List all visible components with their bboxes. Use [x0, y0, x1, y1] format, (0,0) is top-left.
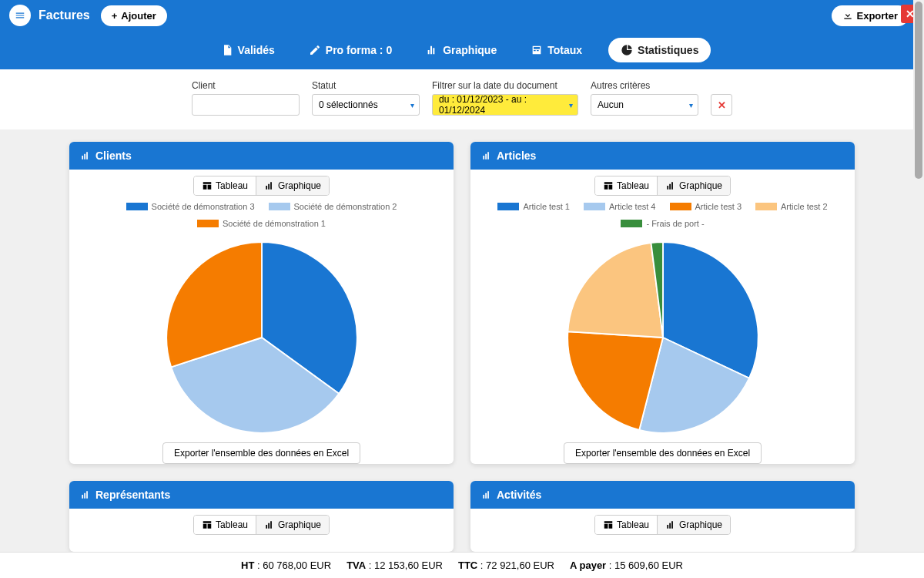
add-button-label: Ajouter — [121, 10, 156, 22]
plus-icon: + — [112, 10, 118, 22]
tab-graphique-label: Graphique — [443, 44, 497, 56]
articles-view-toggle: Tableau Graphique — [594, 176, 731, 196]
legend-swatch — [126, 203, 148, 210]
chart-icon — [264, 180, 275, 191]
legend-item[interactable]: Société de démonstration 3 — [126, 202, 255, 211]
document-icon — [221, 44, 233, 56]
client-input[interactable] — [192, 94, 300, 116]
card-activites-title: Activités — [497, 489, 541, 501]
export-button[interactable]: Exporter — [832, 5, 909, 26]
content-area: Clients Tableau Graphique Société de dém… — [0, 129, 924, 552]
legend-item[interactable]: Article test 2 — [755, 202, 828, 211]
footer-ht-label: HT — [241, 560, 254, 571]
chart-icon — [665, 180, 676, 191]
filter-bar: Client Statut 0 sélectionnés Filtrer sur… — [0, 69, 924, 129]
filter-autres-label: Autres critères — [591, 80, 698, 91]
statut-value: 0 sélectionnés — [319, 99, 378, 110]
legend-label: - Frais de port - — [646, 219, 704, 228]
card-activites: Activités Tableau Graphique — [470, 481, 855, 552]
activites-tableau-button[interactable]: Tableau — [595, 516, 658, 534]
clients-graphique-button[interactable]: Graphique — [256, 176, 329, 195]
close-icon: ✕ — [718, 99, 726, 111]
pie-chart-icon — [621, 44, 633, 56]
scrollbar[interactable] — [913, 0, 924, 552]
stats-icon — [80, 489, 91, 500]
representants-graphique-button[interactable]: Graphique — [256, 516, 329, 534]
legend-item[interactable]: Société de démonstration 2 — [269, 202, 397, 211]
date-value: du : 01/12/2023 - au : 01/12/2024 — [439, 94, 561, 116]
pencil-icon — [309, 44, 321, 56]
legend-swatch — [584, 203, 605, 210]
legend-item[interactable]: Article test 1 — [497, 202, 570, 211]
autres-select[interactable]: Aucun — [591, 94, 698, 116]
legend-label: Article test 2 — [781, 202, 828, 211]
stats-icon — [481, 150, 492, 161]
menu-button[interactable] — [9, 5, 31, 26]
table-icon — [202, 180, 213, 191]
legend-item[interactable]: Article test 3 — [670, 202, 742, 211]
tab-statistiques-label: Statistiques — [638, 44, 698, 56]
footer-ht-value: 60 768,00 EUR — [263, 560, 331, 571]
stats-icon — [481, 489, 492, 500]
topbar: Factures + Ajouter Exporter ✕ Validés Pr… — [0, 0, 924, 69]
filter-client-label: Client — [192, 80, 300, 91]
card-representants: Représentants Tableau Graphique — [69, 481, 454, 552]
representants-view-toggle: Tableau Graphique — [193, 515, 330, 535]
statut-select[interactable]: 0 sélectionnés — [312, 94, 420, 116]
tab-totaux[interactable]: Totaux — [523, 39, 590, 61]
footer-tva-value: 12 153,60 EUR — [374, 560, 443, 571]
tab-graphique[interactable]: Graphique — [418, 39, 504, 61]
chart-icon — [264, 519, 275, 530]
add-button[interactable]: + Ajouter — [101, 5, 167, 26]
activites-view-toggle: Tableau Graphique — [594, 515, 731, 535]
footer-tva-label: TVA — [346, 560, 366, 571]
clients-view-toggle: Tableau Graphique — [193, 176, 330, 196]
card-articles-title: Articles — [497, 150, 536, 162]
representants-tableau-button[interactable]: Tableau — [194, 516, 256, 534]
legend-swatch — [621, 220, 642, 227]
articles-legend: Article test 1Article test 4Article test… — [494, 202, 832, 228]
clear-filters-button[interactable]: ✕ — [711, 94, 732, 116]
tab-valides[interactable]: Validés — [213, 39, 283, 61]
footer-totals: HT : 60 768,00 EUR TVA : 12 153,60 EUR T… — [0, 552, 924, 578]
autres-value: Aucun — [598, 99, 624, 110]
card-articles: Articles Tableau Graphique Article test … — [470, 142, 855, 464]
legend-label: Article test 4 — [609, 202, 656, 211]
stats-icon — [80, 150, 91, 161]
chart-icon — [665, 519, 676, 530]
legend-swatch — [755, 203, 777, 210]
clients-pie-chart — [162, 237, 362, 438]
activites-graphique-button[interactable]: Graphique — [658, 516, 730, 534]
tab-valides-label: Validés — [238, 44, 275, 56]
tab-statistiques[interactable]: Statistiques — [608, 38, 711, 62]
articles-tableau-button[interactable]: Tableau — [595, 176, 658, 195]
legend-item[interactable]: - Frais de port - — [621, 219, 704, 228]
export-button-label: Exporter — [857, 10, 898, 22]
legend-label: Article test 1 — [523, 202, 570, 211]
footer-ttc-value: 72 921,60 EUR — [486, 560, 554, 571]
legend-swatch — [497, 203, 519, 210]
scrollbar-thumb[interactable] — [915, 2, 922, 179]
footer-apayer-value: 15 609,60 EUR — [614, 560, 683, 571]
clients-tableau-button[interactable]: Tableau — [194, 176, 256, 195]
articles-export-button[interactable]: Exporter l'ensemble des données en Excel — [564, 442, 762, 464]
footer-ttc-label: TTC — [458, 560, 477, 571]
card-clients: Clients Tableau Graphique Société de dém… — [69, 142, 454, 464]
legend-label: Société de démonstration 1 — [223, 219, 326, 228]
legend-item[interactable]: Article test 4 — [584, 202, 656, 211]
download-icon — [842, 10, 853, 21]
calculator-icon — [531, 44, 543, 56]
date-filter[interactable]: du : 01/12/2023 - au : 01/12/2024 — [432, 94, 578, 116]
legend-item[interactable]: Société de démonstration 1 — [197, 219, 326, 228]
footer-apayer-label: A payer — [570, 560, 606, 571]
tab-proforma-label: Pro forma : 0 — [326, 44, 392, 56]
tab-proforma[interactable]: Pro forma : 0 — [301, 39, 400, 61]
tab-bar: Validés Pro forma : 0 Graphique Totaux S… — [0, 31, 924, 69]
table-icon — [202, 519, 213, 530]
legend-label: Société de démonstration 3 — [152, 202, 255, 211]
articles-graphique-button[interactable]: Graphique — [658, 176, 730, 195]
articles-pie-chart — [563, 237, 763, 438]
filter-date-label: Filtrer sur la date du document — [432, 80, 578, 91]
table-icon — [603, 519, 614, 530]
clients-export-button[interactable]: Exporter l'ensemble des données en Excel — [162, 442, 360, 464]
